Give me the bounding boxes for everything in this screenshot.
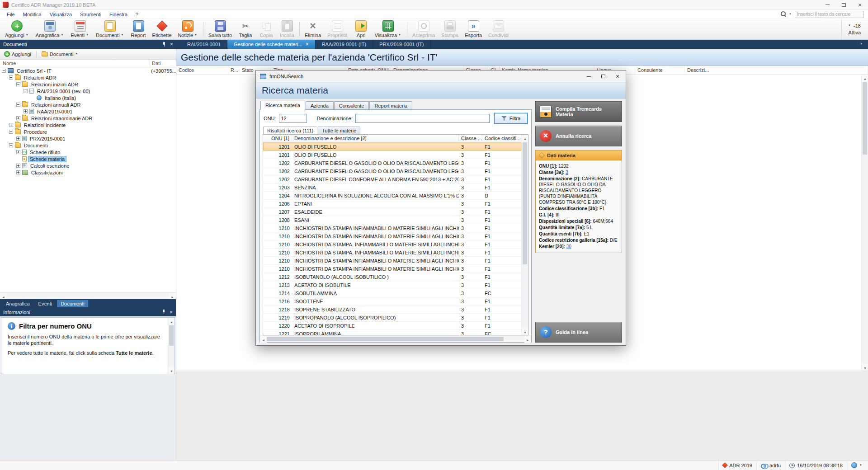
tree-item-calcoli-esenzione[interactable]: Calcoli esenzione <box>0 162 176 169</box>
main-column-consulente[interactable]: Consulente <box>635 66 685 74</box>
result-row[interactable]: 1212ISOBUTANOLO (ALCOOL ISOBUTILICO )3F1 <box>263 273 521 281</box>
report-button[interactable]: Report <box>128 19 149 39</box>
main-column-descrizi[interactable]: Descrizi... <box>685 66 868 74</box>
document-tab-gestione-delle-schede-materi[interactable]: Gestione delle schede materi... <box>227 40 316 49</box>
scroll-down-icon[interactable] <box>522 328 528 335</box>
result-row[interactable]: 1210INCHIOSTRI DA STAMPA INFIAMMABILI O … <box>263 232 521 240</box>
expander-minus-icon[interactable] <box>16 82 20 86</box>
scroll-down-icon[interactable] <box>862 364 868 371</box>
main-column-r[interactable]: R... <box>228 66 240 74</box>
result-row[interactable]: 1219ISOPROPANOLO (ALCOOL ISOPROPILICO)3F… <box>263 314 521 322</box>
dialog-maximize-button[interactable] <box>596 71 610 81</box>
results-column-cls[interactable]: Classe ... <box>459 135 482 142</box>
menu-visualizza[interactable]: Visualizza <box>46 11 76 18</box>
scroll-left-icon[interactable] <box>0 293 7 300</box>
result-tab-tutte-le-materie[interactable]: Tutte le materie <box>318 127 360 134</box>
results-column-onu[interactable]: ONU [1] <box>263 135 292 142</box>
expander-minus-icon[interactable] <box>24 89 28 93</box>
expander-plus-icon[interactable] <box>16 136 20 141</box>
info-close-icon[interactable] <box>170 310 173 315</box>
menu-file[interactable]: File <box>3 11 19 18</box>
tree-item-italiano-italia[interactable]: Italiano (Italia) <box>0 94 176 101</box>
toolbar-attiva-label[interactable]: Attiva <box>848 30 861 35</box>
menu-strumenti[interactable]: Strumenti <box>76 11 105 18</box>
expander-minus-icon[interactable] <box>16 103 20 107</box>
expander-minus-icon[interactable] <box>9 143 13 147</box>
result-row[interactable]: 1213ACETATO DI ISOBUTILE3F1 <box>263 281 521 289</box>
menu-help[interactable]: ? <box>132 11 142 18</box>
result-row[interactable]: 1201OLIO DI FUSELLO3F1 <box>263 143 521 151</box>
taglia-button[interactable]: Taglia <box>235 19 256 39</box>
pin-icon[interactable] <box>162 310 166 315</box>
result-row[interactable]: 1221ISOPROPILAMMINA3FC <box>263 330 521 335</box>
tree-filter-button[interactable]: Documenti <box>40 51 81 58</box>
result-row[interactable]: 1202CARBURANTE DIESEL O GASOLIO O OLIO D… <box>263 167 521 175</box>
scroll-right-icon[interactable] <box>524 336 531 343</box>
dock-tab-anagrafica[interactable]: Anagrafica <box>2 300 33 307</box>
tree-item-relazioni-iniziali-adr[interactable]: Relazioni iniziali ADR <box>0 81 176 88</box>
dialog-close-button[interactable] <box>610 71 625 81</box>
menu-finestra[interactable]: Finestra <box>105 11 132 18</box>
statusbar-user[interactable]: adrfu <box>756 461 785 470</box>
result-tab-risultati-ricerca-111[interactable]: Risultati ricerca (111) <box>263 127 317 135</box>
expander-plus-icon[interactable] <box>16 170 20 174</box>
tree-item-relazioni-annuali-adr[interactable]: Relazioni annuali ADR <box>0 101 176 108</box>
main-column-codice[interactable]: Codice <box>176 66 228 74</box>
info-vertical-scrollbar[interactable] <box>168 318 175 374</box>
aggiungi-button[interactable]: Aggiungi <box>2 19 33 39</box>
result-row[interactable]: 1210INCHIOSTRI DA STAMPA INFIAMMABILI O … <box>263 224 521 232</box>
dati-link[interactable]: 30 <box>566 244 571 249</box>
result-row[interactable]: 1202CARBURANTE DIESEL O GASOLIO O OLIO D… <box>263 159 521 167</box>
guida-button[interactable]: Guida in linea <box>535 322 622 343</box>
results-horizontal-scrollbar[interactable] <box>260 335 531 342</box>
expander-minus-icon[interactable] <box>9 130 13 134</box>
pin-icon[interactable] <box>162 42 166 47</box>
scroll-down-icon[interactable] <box>168 367 175 374</box>
expander-plus-icon[interactable] <box>16 150 20 154</box>
dialog-tab-report-materia[interactable]: Report materia <box>369 101 412 109</box>
tab-close-icon[interactable] <box>306 42 309 47</box>
eventi-button[interactable]: Eventi <box>67 19 93 39</box>
anagrafica-button[interactable]: Anagrafica <box>33 19 68 39</box>
result-row[interactable]: 1210INCHIOSTRI DA STAMPA INFIAMMABILI O … <box>263 257 521 265</box>
result-row[interactable]: 1202CARBURANTE DIESEL CONFORME ALLA NORM… <box>263 175 521 183</box>
tree-item-relazioni-adr[interactable]: Relazioni ADR <box>0 74 176 81</box>
chevron-down-icon[interactable] <box>848 24 852 27</box>
salva-tutto-button[interactable]: Salva tutto <box>205 19 235 39</box>
dialog-minimize-button[interactable] <box>581 71 596 81</box>
tree-item-schede-materia[interactable]: Schede materia <box>0 155 176 162</box>
result-row[interactable]: 1207ESALDEIDE3F1 <box>263 208 521 216</box>
documenti-button[interactable]: Documenti <box>93 19 128 39</box>
expander-minus-icon[interactable] <box>9 75 13 80</box>
apri-button[interactable]: Apri <box>351 19 372 39</box>
tree-column-nome[interactable]: Nome <box>0 60 150 67</box>
annulla-ricerca-button[interactable]: Annulla ricerca <box>535 126 622 146</box>
result-row[interactable]: 1220ACETATO DI ISOPROPILE3F1 <box>263 322 521 330</box>
result-row[interactable]: 1208ESANI3F1 <box>263 216 521 224</box>
document-tab-raa-2019-0001-it[interactable]: RAA/2019-0001 (IT) <box>316 40 373 49</box>
result-row[interactable]: 1210INCHIOSTRI DA STAMPA INFIAMMABILI O … <box>263 265 521 273</box>
result-row[interactable]: 1210INCHIOSTRI DA STAMPA, INFIAMMABILI O… <box>263 240 521 249</box>
tree-item-classificazioni[interactable]: Classificazioni <box>0 169 176 176</box>
scroll-up-icon[interactable] <box>168 318 175 324</box>
statusbar-language[interactable] <box>847 461 867 470</box>
document-tab-prx-2019-0001-it[interactable]: PRX/2019-0001 (IT) <box>373 40 430 49</box>
dock-close-icon[interactable] <box>170 42 173 47</box>
result-row[interactable]: 1216ISOOTTENE3F1 <box>263 297 521 306</box>
results-vertical-scrollbar[interactable] <box>521 135 528 335</box>
chevron-down-icon[interactable] <box>789 13 793 16</box>
window-minimize-button[interactable] <box>819 0 835 9</box>
tabstrip-overflow-icon[interactable] <box>860 43 863 46</box>
statusbar-adr[interactable]: ADR 2019 <box>718 461 756 470</box>
dati-link[interactable]: 3 <box>566 170 568 175</box>
tree-item-documenti[interactable]: Documenti <box>0 142 176 149</box>
menu-modifica[interactable]: Modifica <box>19 11 46 18</box>
dialog-tab-azienda[interactable]: Azienda <box>306 101 334 109</box>
elimina-button[interactable]: Elimina <box>302 19 324 39</box>
tree-column-dati[interactable]: Dati <box>150 60 176 67</box>
expander-plus-icon[interactable] <box>16 164 20 168</box>
expander-plus-icon[interactable] <box>9 123 13 127</box>
tree-item-relazioni-straordinarie-adr[interactable]: Relazioni straordinarie ADR <box>0 115 176 122</box>
window-close-button[interactable] <box>852 0 868 9</box>
result-row[interactable]: 1218ISOPRENE STABILIZZATO3F1 <box>263 306 521 314</box>
